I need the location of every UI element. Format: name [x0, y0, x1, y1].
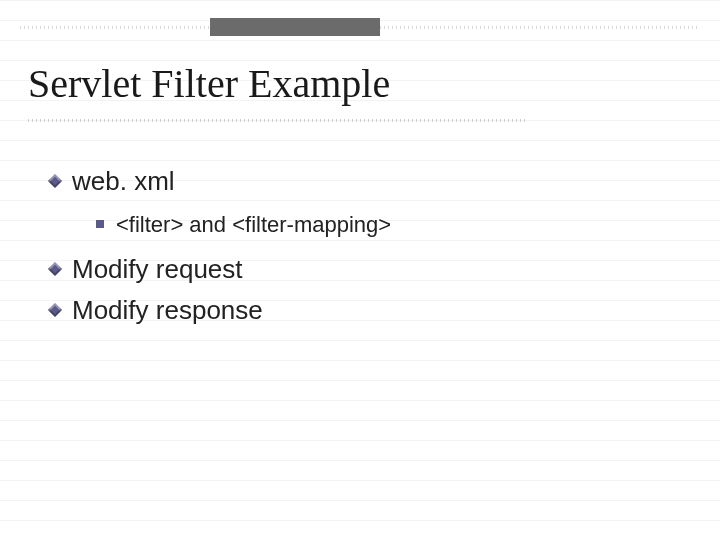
top-divider	[20, 18, 700, 36]
bullet-text: Modify response	[72, 295, 263, 325]
bullet-item: web. xml <filter> and <filter-mapping>	[72, 162, 692, 242]
slide-content: Servlet Filter Example web. xml <filter>…	[28, 60, 692, 332]
bullet-item: Modify request	[72, 250, 692, 289]
bullet-item: Modify response	[72, 291, 692, 330]
slide-title: Servlet Filter Example	[28, 60, 692, 107]
bullet-text: web. xml	[72, 166, 175, 196]
sub-bullet-text: <filter> and <filter-mapping>	[116, 212, 391, 237]
bullet-list: web. xml <filter> and <filter-mapping> M…	[28, 162, 692, 330]
sub-bullet-list: <filter> and <filter-mapping>	[72, 207, 692, 242]
sub-bullet-item: <filter> and <filter-mapping>	[116, 207, 692, 242]
title-underline	[28, 119, 528, 122]
bullet-text: Modify request	[72, 254, 243, 284]
